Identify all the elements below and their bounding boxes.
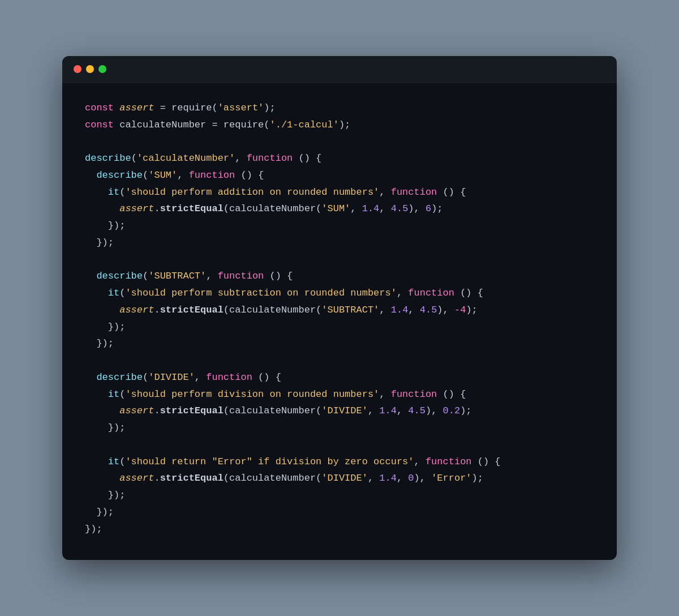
- code-area: const assert = require('assert'); const …: [62, 83, 617, 561]
- maximize-button[interactable]: [98, 65, 106, 73]
- code-content: const assert = require('assert'); const …: [85, 100, 594, 538]
- minimize-button[interactable]: [86, 65, 94, 73]
- code-editor-window: const assert = require('assert'); const …: [62, 56, 617, 561]
- close-button[interactable]: [74, 65, 81, 73]
- titlebar: [62, 56, 617, 83]
